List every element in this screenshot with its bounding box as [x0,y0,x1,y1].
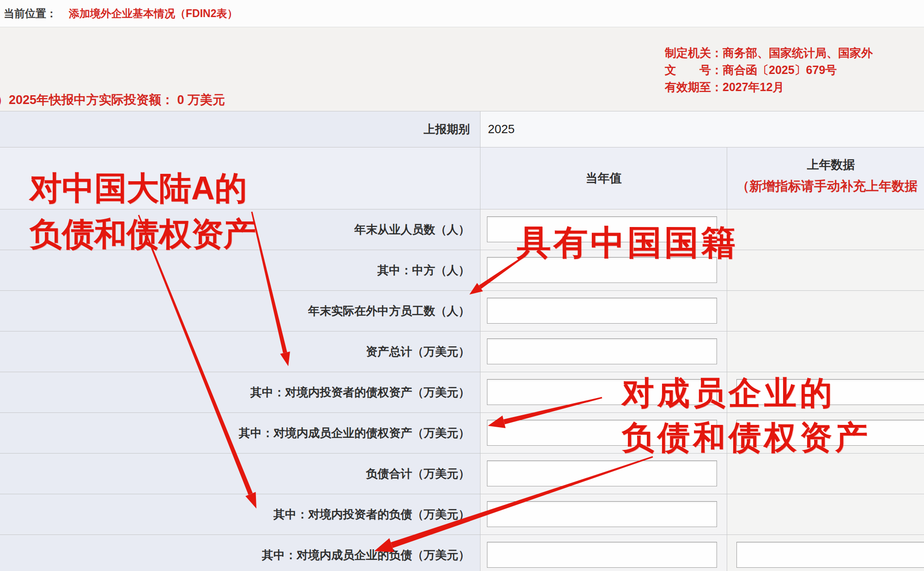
annotation-left-line2: 负债和债权资产 [30,211,256,257]
prev-year-cell [727,494,924,534]
prev-year-cell [727,291,924,331]
issuer-agency-line: 制定机关：商务部、国家统计局、国家外 [665,44,873,61]
row-label: 其中：对境内投资者的负债（万美元） [0,494,480,534]
row-label: 年末实际在外中方员工数（人） [0,291,480,331]
current-year-input[interactable] [487,338,717,364]
annotation-right-line2: 负债和债权资产 [622,415,871,460]
row-label: 资产总计（万美元） [0,332,480,372]
current-year-input[interactable] [487,501,717,527]
prev-year-cell [727,454,924,494]
table-row-total-assets: 资产总计（万美元） [0,332,924,372]
row-label: 其中：对境内成员企业的负债（万美元） [0,535,480,571]
header-prev-year-note: （新增指标请手动补充上年数据 [727,178,924,195]
breadcrumb-bar: 当前位置：添加境外企业基本情况（FDIN2表） [0,0,924,27]
report-period-label: 上报期别 [0,111,480,147]
annotation-middle-line1: 具有中国国籍 [517,220,738,266]
prev-year-input[interactable] [736,542,924,568]
investment-amount-notice: ）2025年快报中方实际投资额： 0 万美元 [0,92,225,108]
annotation-left-line1: 对中国大陆A的 [30,166,256,211]
row-label: 负债合计（万美元） [0,454,480,494]
annotation-chinese-nationality: 具有中国国籍 [517,220,738,266]
current-year-cell [480,494,727,534]
current-year-cell [480,454,727,494]
fdin2-form-page: 当前位置：添加境外企业基本情况（FDIN2表） 制定机关：商务部、国家统计局、国… [0,0,924,571]
report-period-value: 2025 [480,111,924,147]
current-year-cell [480,332,727,372]
document-number-line: 文 号：商合函〔2025〕679号 [665,61,873,79]
table-row-investor-liabilities: 其中：对境内投资者的负债（万美元） [0,494,924,535]
prev-year-cell [727,250,924,290]
breadcrumb-label: 当前位置： [4,7,57,19]
current-year-input[interactable] [487,460,717,486]
header-prev-year: 上年数据 （新增指标请手动补充上年数据 [727,147,924,209]
annotation-member-enterprises: 对成员企业的 负债和债权资产 [622,371,871,460]
header-current-year: 当年值 [480,147,727,209]
issuer-info-block: 制定机关：商务部、国家统计局、国家外 文 号：商合函〔2025〕679号 有效期… [665,44,873,96]
breadcrumb: 当前位置：添加境外企业基本情况（FDIN2表） [4,6,237,21]
annotation-right-line1: 对成员企业的 [622,371,871,415]
prev-year-cell [727,209,924,250]
header-prev-year-title: 上年数据 [727,157,924,173]
current-year-input[interactable] [487,298,717,324]
current-year-input[interactable] [487,542,717,568]
table-row-total-liabilities: 负债合计（万美元） [0,454,924,494]
annotation-mainland-china: 对中国大陆A的 负债和债权资产 [30,166,256,257]
report-period-row: 上报期别 2025 [0,111,924,147]
prev-year-cell [727,535,924,571]
current-year-cell [480,535,727,571]
row-label: 其中：对境内投资者的债权资产（万美元） [0,372,480,412]
current-year-cell [480,291,727,331]
prev-year-cell [727,332,924,372]
row-label: 其中：对境内成员企业的债权资产（万美元） [0,413,480,453]
table-row-staff-abroad: 年末实际在外中方员工数（人） [0,291,924,332]
table-row-member-liabilities: 其中：对境内成员企业的负债（万美元） [0,535,924,571]
breadcrumb-current-page: 添加境外企业基本情况（FDIN2表） [69,7,237,19]
validity-period-line: 有效期至：2027年12月 [665,79,873,96]
